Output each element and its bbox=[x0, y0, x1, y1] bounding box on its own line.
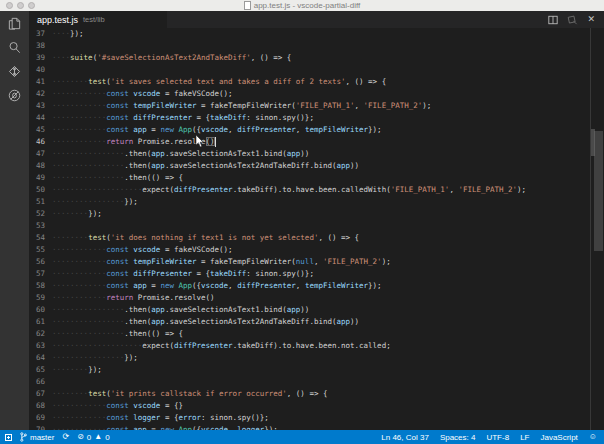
feedback-smiley-icon[interactable]: ☺ bbox=[589, 433, 597, 441]
code-line[interactable]: 67········test('it prints callstack if e… bbox=[29, 388, 604, 400]
line-content: ················}); bbox=[52, 196, 138, 208]
code-line[interactable]: 43············const tempFileWriter = fak… bbox=[29, 100, 604, 112]
code-editor[interactable]: 37····});3839····suite('#saveSelectionAs… bbox=[29, 28, 604, 430]
scrollbar-rail[interactable] bbox=[590, 28, 604, 430]
line-number[interactable]: 41 bbox=[29, 76, 52, 88]
line-number[interactable]: 44 bbox=[29, 112, 52, 124]
line-number[interactable]: 59 bbox=[29, 292, 52, 304]
traffic-lights[interactable] bbox=[6, 2, 35, 9]
zoom-window-button[interactable] bbox=[28, 2, 35, 9]
code-line[interactable]: 42············const vscode = fakeVSCode(… bbox=[29, 88, 604, 100]
code-line[interactable]: 46············return Promise.resolve() bbox=[29, 136, 604, 148]
sync-item[interactable]: ⟳ bbox=[62, 433, 69, 441]
close-window-button[interactable] bbox=[6, 2, 13, 9]
code-line[interactable]: 48················.then(app.saveSelectio… bbox=[29, 160, 604, 172]
code-line[interactable]: 54········test('it does nothing if text1… bbox=[29, 232, 604, 244]
code-line[interactable]: 52········}); bbox=[29, 208, 604, 220]
code-line[interactable]: 45············const app = new App({vscod… bbox=[29, 124, 604, 136]
encoding-item[interactable]: UTF-8 bbox=[486, 433, 509, 442]
line-number[interactable]: 61 bbox=[29, 316, 52, 328]
debug-icon bbox=[7, 88, 22, 103]
line-number[interactable]: 37 bbox=[29, 28, 52, 40]
warning-icon: ▲ bbox=[94, 433, 102, 441]
eol-item[interactable]: LF bbox=[520, 433, 529, 442]
line-content: ············const logger = {error: sinon… bbox=[52, 412, 269, 424]
line-content: ············const app = new App({vscode,… bbox=[52, 280, 382, 292]
line-number[interactable]: 47 bbox=[29, 148, 52, 160]
code-line[interactable]: 60················.then(app.saveSelectio… bbox=[29, 304, 604, 316]
extension-status-item[interactable] bbox=[5, 434, 12, 441]
line-content: ········test('it prints callstack if err… bbox=[52, 388, 327, 400]
line-number[interactable]: 39 bbox=[29, 52, 52, 64]
code-line[interactable]: 63····················expect(diffPresent… bbox=[29, 340, 604, 352]
activity-bar-source-control[interactable] bbox=[0, 59, 29, 83]
scrollbar-thumb[interactable] bbox=[594, 131, 603, 251]
code-line[interactable]: 69············const logger = {error: sin… bbox=[29, 412, 604, 424]
preview-button[interactable] bbox=[567, 11, 578, 29]
line-number[interactable]: 55 bbox=[29, 244, 52, 256]
code-line[interactable]: 47················.then(app.saveSelectio… bbox=[29, 148, 604, 160]
minimize-window-button[interactable] bbox=[17, 2, 24, 9]
code-line[interactable]: 39····suite('#saveSelectionAsText2AndTak… bbox=[29, 52, 604, 64]
code-line[interactable]: 37····}); bbox=[29, 28, 604, 40]
line-number[interactable]: 50 bbox=[29, 184, 52, 196]
line-number[interactable]: 54 bbox=[29, 232, 52, 244]
line-number[interactable]: 62 bbox=[29, 328, 52, 340]
code-line[interactable]: 59············return Promise.resolve() bbox=[29, 292, 604, 304]
code-line[interactable]: 50····················expect(diffPresent… bbox=[29, 184, 604, 196]
problems-item[interactable]: ⊘ 0 ▲ 0 bbox=[77, 433, 110, 442]
line-number[interactable]: 64 bbox=[29, 352, 52, 364]
code-line[interactable]: 66 bbox=[29, 376, 604, 388]
activity-bar-explorer[interactable] bbox=[0, 11, 29, 35]
code-line[interactable]: 64················}); bbox=[29, 352, 604, 364]
line-number[interactable]: 68 bbox=[29, 400, 52, 412]
code-line[interactable]: 55············const vscode = fakeVSCode(… bbox=[29, 244, 604, 256]
line-number[interactable]: 40 bbox=[29, 64, 52, 76]
line-number[interactable]: 57 bbox=[29, 268, 52, 280]
line-number[interactable]: 53 bbox=[29, 220, 52, 232]
code-line[interactable]: 40 bbox=[29, 64, 604, 76]
activity-bar-search[interactable] bbox=[0, 35, 29, 59]
line-number[interactable]: 43 bbox=[29, 100, 52, 112]
files-icon bbox=[7, 16, 22, 31]
line-number[interactable]: 42 bbox=[29, 88, 52, 100]
tab-app-test-js[interactable]: app.test.js test/lib bbox=[29, 11, 167, 28]
line-number[interactable]: 51 bbox=[29, 196, 52, 208]
code-line[interactable]: 65········}); bbox=[29, 364, 604, 376]
split-editor-button[interactable] bbox=[548, 11, 558, 29]
editor-actions: ✕ bbox=[548, 11, 604, 28]
line-number[interactable]: 46 bbox=[29, 136, 52, 148]
activity-bar-debug[interactable] bbox=[0, 83, 29, 107]
close-tab-button[interactable]: ✕ bbox=[587, 15, 595, 24]
indentation-item[interactable]: Spaces: 4 bbox=[440, 433, 476, 442]
line-number[interactable]: 58 bbox=[29, 280, 52, 292]
line-number[interactable]: 45 bbox=[29, 124, 52, 136]
code-line[interactable]: 61················.then(app.saveSelectio… bbox=[29, 316, 604, 328]
code-line[interactable]: 41········test('it saves selected text a… bbox=[29, 76, 604, 88]
line-number[interactable]: 69 bbox=[29, 412, 52, 424]
line-number[interactable]: 52 bbox=[29, 208, 52, 220]
code-line[interactable]: 56············const tempFileWriter = fak… bbox=[29, 256, 604, 268]
code-line[interactable]: 58············const app = new App({vscod… bbox=[29, 280, 604, 292]
line-number[interactable]: 56 bbox=[29, 256, 52, 268]
window-title-text: app.test.js - vscode-partial-diff bbox=[254, 1, 361, 10]
line-number[interactable]: 49 bbox=[29, 172, 52, 184]
line-number[interactable]: 63 bbox=[29, 340, 52, 352]
code-line[interactable]: 57············const diffPresenter = {tak… bbox=[29, 268, 604, 280]
line-number[interactable]: 67 bbox=[29, 388, 52, 400]
code-line[interactable]: 62················.then(() => { bbox=[29, 328, 604, 340]
line-number[interactable]: 48 bbox=[29, 160, 52, 172]
code-line[interactable]: 51················}); bbox=[29, 196, 604, 208]
line-number[interactable]: 38 bbox=[29, 40, 52, 52]
git-branch-item[interactable]: master bbox=[20, 432, 54, 442]
cursor-position-item[interactable]: Ln 46, Col 37 bbox=[381, 433, 429, 442]
line-number[interactable]: 60 bbox=[29, 304, 52, 316]
code-line[interactable]: 44············const diffPresenter = {tak… bbox=[29, 112, 604, 124]
code-line[interactable]: 38 bbox=[29, 40, 604, 52]
line-number[interactable]: 66 bbox=[29, 376, 52, 388]
line-number[interactable]: 65 bbox=[29, 364, 52, 376]
code-line[interactable]: 49················.then(() => { bbox=[29, 172, 604, 184]
language-mode-item[interactable]: JavaScript bbox=[540, 433, 577, 442]
code-line[interactable]: 68············const vscode = {} bbox=[29, 400, 604, 412]
code-line[interactable]: 53 bbox=[29, 220, 604, 232]
